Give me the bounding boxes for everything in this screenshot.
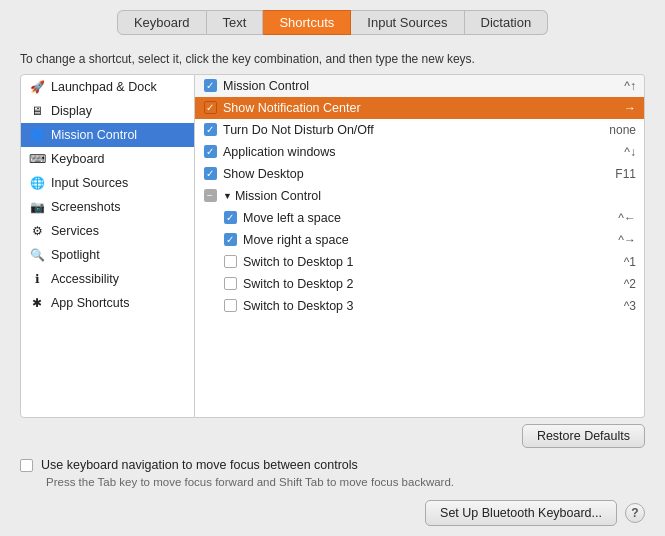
checked-icon: ✓ — [204, 167, 217, 180]
row-label: Mission Control — [223, 79, 616, 93]
sidebar-item-label: App Shortcuts — [51, 296, 130, 310]
sidebar-item-label: Screenshots — [51, 200, 120, 214]
sidebar-item-label: Display — [51, 104, 92, 118]
sidebar-item-app-shortcuts[interactable]: ✱ App Shortcuts — [21, 291, 194, 315]
keyboard-nav-label: Use keyboard navigation to move focus be… — [41, 458, 358, 472]
accessibility-icon: ℹ — [29, 271, 45, 287]
sidebar-item-spotlight[interactable]: 🔍 Spotlight — [21, 243, 194, 267]
sidebar-item-label: Spotlight — [51, 248, 100, 262]
shortcut-row-move-left-space[interactable]: ✓ Move left a space ^← — [195, 207, 644, 229]
shortcut-row-mission-control-header[interactable]: ✓ Mission Control ^↑ — [195, 75, 644, 97]
display-icon: 🖥 — [29, 103, 45, 119]
shortcut-row-application-windows[interactable]: ✓ Application windows ^↓ — [195, 141, 644, 163]
row-label: Show Notification Center — [223, 101, 616, 115]
sidebar-item-label: Keyboard — [51, 152, 105, 166]
checkbox-switch-desktop-3[interactable] — [223, 299, 237, 313]
sidebar-item-screenshots[interactable]: 📷 Screenshots — [21, 195, 194, 219]
input-sources-icon: 🌐 — [29, 175, 45, 191]
tab-text[interactable]: Text — [207, 10, 264, 35]
row-shortcut: ^← — [618, 211, 636, 225]
services-icon: ⚙ — [29, 223, 45, 239]
row-label: Show Desktop — [223, 167, 607, 181]
row-shortcut: F11 — [615, 167, 636, 181]
restore-defaults-button[interactable]: Restore Defaults — [522, 424, 645, 448]
sidebar-item-label: Input Sources — [51, 176, 128, 190]
sidebar: 🚀 Launchpad & Dock 🖥 Display 🌀 Mission C… — [20, 74, 195, 418]
keyboard-nav-section: Use keyboard navigation to move focus be… — [0, 448, 665, 476]
keyboard-nav-hint: Press the Tab key to move focus forward … — [0, 476, 665, 494]
checkbox-show-desktop[interactable]: ✓ — [203, 167, 217, 181]
row-shortcut: ^→ — [618, 233, 636, 247]
checked-icon: ✓ — [224, 233, 237, 246]
checked-icon: ✓ — [204, 123, 217, 136]
row-shortcut: ^1 — [624, 255, 636, 269]
keyboard-nav-checkbox[interactable] — [20, 459, 33, 472]
checkbox-application-windows[interactable]: ✓ — [203, 145, 217, 159]
sidebar-item-input-sources[interactable]: 🌐 Input Sources — [21, 171, 194, 195]
checkbox-move-right-space[interactable]: ✓ — [223, 233, 237, 247]
empty-checkbox-icon — [224, 299, 237, 312]
sidebar-item-label: Launchpad & Dock — [51, 80, 157, 94]
tab-bar: Keyboard Text Shortcuts Input Sources Di… — [0, 0, 665, 43]
keyboard-icon: ⌨ — [29, 151, 45, 167]
shortcut-row-switch-desktop-3[interactable]: Switch to Desktop 3 ^3 — [195, 295, 644, 317]
tab-shortcuts[interactable]: Shortcuts — [263, 10, 351, 35]
sidebar-item-services[interactable]: ⚙ Services — [21, 219, 194, 243]
main-content: 🚀 Launchpad & Dock 🖥 Display 🌀 Mission C… — [0, 74, 665, 418]
sidebar-item-mission-control[interactable]: 🌀 Mission Control — [21, 123, 194, 147]
empty-checkbox-icon — [224, 277, 237, 290]
tab-input-sources[interactable]: Input Sources — [351, 10, 464, 35]
mission-control-icon: 🌀 — [29, 127, 45, 143]
row-shortcut: ^3 — [624, 299, 636, 313]
instruction-text: To change a shortcut, select it, click t… — [0, 43, 665, 74]
checked-icon: ✓ — [204, 79, 217, 92]
row-shortcut: ^↑ — [624, 79, 636, 93]
sidebar-item-keyboard[interactable]: ⌨ Keyboard — [21, 147, 194, 171]
checkbox-turn-do-not-disturb[interactable]: ✓ — [203, 123, 217, 137]
screenshots-icon: 📷 — [29, 199, 45, 215]
shortcut-list: ✓ Mission Control ^↑ ✓ Show Notification… — [195, 74, 645, 418]
launchpad-dock-icon: 🚀 — [29, 79, 45, 95]
shortcut-row-turn-do-not-disturb[interactable]: ✓ Turn Do Not Disturb On/Off none — [195, 119, 644, 141]
sidebar-item-label: Mission Control — [51, 128, 137, 142]
checkbox-mission-control-sub[interactable]: − — [203, 189, 217, 203]
checkbox-move-left-space[interactable]: ✓ — [223, 211, 237, 225]
shortcut-row-show-notification-center[interactable]: ✓ Show Notification Center → — [195, 97, 644, 119]
shortcut-row-show-desktop[interactable]: ✓ Show Desktop F11 — [195, 163, 644, 185]
row-shortcut: ^2 — [624, 277, 636, 291]
row-label: Switch to Desktop 3 — [243, 299, 616, 313]
bluetooth-keyboard-button[interactable]: Set Up Bluetooth Keyboard... — [425, 500, 617, 526]
spotlight-icon: 🔍 — [29, 247, 45, 263]
sidebar-item-label: Accessibility — [51, 272, 119, 286]
shortcut-row-switch-desktop-1[interactable]: Switch to Desktop 1 ^1 — [195, 251, 644, 273]
sidebar-item-launchpad-dock[interactable]: 🚀 Launchpad & Dock — [21, 75, 194, 99]
restore-defaults-section: Restore Defaults — [0, 418, 665, 448]
row-label: Mission Control — [235, 189, 628, 203]
empty-checkbox-icon — [224, 255, 237, 268]
tab-keyboard[interactable]: Keyboard — [117, 10, 207, 35]
help-button[interactable]: ? — [625, 503, 645, 523]
checked-icon: ✓ — [204, 145, 217, 158]
sidebar-item-accessibility[interactable]: ℹ Accessibility — [21, 267, 194, 291]
checked-icon: ✓ — [224, 211, 237, 224]
row-label: Switch to Desktop 2 — [243, 277, 616, 291]
triangle-icon: ▼ — [223, 191, 232, 201]
sidebar-item-label: Services — [51, 224, 99, 238]
row-label: Turn Do Not Disturb On/Off — [223, 123, 601, 137]
checkbox-show-notification-center[interactable]: ✓ — [203, 101, 217, 115]
checkbox-switch-desktop-1[interactable] — [223, 255, 237, 269]
shortcut-row-move-right-space[interactable]: ✓ Move right a space ^→ — [195, 229, 644, 251]
row-label: Switch to Desktop 1 — [243, 255, 616, 269]
row-shortcut: none — [609, 123, 636, 137]
tab-dictation[interactable]: Dictation — [465, 10, 549, 35]
checkbox-switch-desktop-2[interactable] — [223, 277, 237, 291]
app-shortcuts-icon: ✱ — [29, 295, 45, 311]
row-shortcut: → — [624, 101, 636, 115]
row-label: Move left a space — [243, 211, 610, 225]
shortcut-row-mission-control-sub[interactable]: − ▼ Mission Control — [195, 185, 644, 207]
sidebar-item-display[interactable]: 🖥 Display — [21, 99, 194, 123]
shortcut-row-switch-desktop-2[interactable]: Switch to Desktop 2 ^2 — [195, 273, 644, 295]
row-shortcut: ^↓ — [624, 145, 636, 159]
minus-icon: − — [204, 189, 217, 202]
checkbox-mission-control-header[interactable]: ✓ — [203, 79, 217, 93]
